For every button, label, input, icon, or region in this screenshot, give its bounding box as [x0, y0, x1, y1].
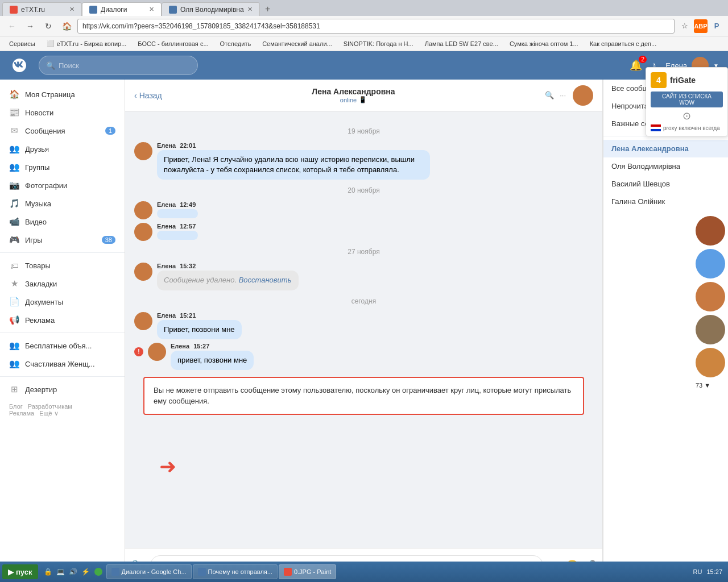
sidebar-item-music[interactable]: 🎵 Музыка: [0, 194, 125, 213]
start-label: пуск: [16, 568, 32, 576]
sidebar-item-bookmarks[interactable]: ★ Закладки: [0, 275, 125, 293]
sidebar-item-games[interactable]: 🎮 Игры 38: [0, 231, 125, 249]
star-icon[interactable]: ☆: [678, 19, 692, 33]
tray-icon-4[interactable]: ⚡: [80, 566, 92, 577]
tab-close-etxt[interactable]: ✕: [69, 6, 75, 13]
message-row-error: ! Елена 15:27 привет, позвони мне: [134, 343, 593, 370]
restore-link[interactable]: Восстановить: [239, 276, 292, 284]
url-bar[interactable]: [77, 19, 675, 34]
bookmark-track[interactable]: Отследить: [216, 39, 256, 48]
bookmarks-icon: ★: [9, 278, 19, 289]
proxy-flag: [651, 124, 661, 131]
sidebar-item-video[interactable]: 📹 Видео: [0, 213, 125, 231]
reload-button[interactable]: ↻: [41, 19, 56, 34]
bookmark-cope[interactable]: Как справиться с деп...: [585, 39, 661, 48]
taskbar-item-dialogi[interactable]: Диалоги - Google Ch...: [106, 564, 192, 579]
date-divider-2: 20 ноября: [134, 186, 593, 194]
bookmark-bag[interactable]: Сумка жіноча оптом 1...: [505, 39, 583, 48]
tray-icon-3[interactable]: 🔊: [68, 566, 79, 577]
sidebar-label-my-page: Моя Страница: [25, 90, 75, 99]
sidebar-label-goods: Товары: [25, 261, 51, 270]
bookmark-services[interactable]: Сервисы: [5, 39, 40, 48]
developers-link[interactable]: Разработчикам: [28, 403, 72, 410]
vk-app: 🔍 Поиск 🔔 2 ♪ Елена ▼ 🏠 Моя Страница 📰: [0, 51, 728, 582]
sidebar-label-documents: Документы: [25, 298, 63, 306]
tab-close-olya[interactable]: ✕: [247, 6, 253, 13]
sidebar-item-my-page[interactable]: 🏠 Моя Страница: [0, 85, 125, 103]
chevron-left-icon: ‹: [134, 91, 137, 100]
search-chat-icon[interactable]: 🔍: [545, 91, 554, 99]
browser-tabs: eTXT.ru ✕ Диалоги ✕ Оля Володимирівна ✕ …: [0, 0, 728, 16]
right-avatar-5[interactable]: [696, 348, 725, 377]
sidebar-item-news[interactable]: 📰 Новости: [0, 103, 125, 122]
tab-olya[interactable]: Оля Володимирівна ✕: [162, 2, 260, 16]
bookmark-sinoptik[interactable]: SINOPTIK: Погода н Н...: [339, 39, 418, 48]
sidebar-label-dessert: Дезертир: [25, 385, 57, 394]
sidebar-item-photos[interactable]: 📷 Фотографии: [0, 176, 125, 194]
home-button[interactable]: 🏠: [59, 19, 74, 34]
date-divider-today: сегодня: [134, 297, 593, 305]
bookmark-etxt[interactable]: ⬜ eTXT.ru - Биржа копир...: [42, 39, 131, 48]
bookmark-semantic[interactable]: Семантический анали...: [258, 39, 337, 48]
sidebar-item-goods[interactable]: 🏷 Товары: [0, 256, 125, 275]
bookmark-boss[interactable]: БОСС - биллинговая с...: [133, 39, 213, 48]
right-avatar-2[interactable]: [696, 249, 725, 278]
back-button[interactable]: ←: [5, 19, 19, 34]
sidebar-item-ads[interactable]: 📢 Реклама: [0, 311, 125, 329]
tray-icon-5[interactable]: [93, 566, 104, 577]
more-link[interactable]: Ещё ∨: [39, 410, 59, 417]
sidebar-item-documents[interactable]: 📄 Документы: [0, 293, 125, 311]
tab-close-dialogi[interactable]: ✕: [149, 6, 154, 13]
dialog-contact-galina[interactable]: Галина Олійник: [603, 193, 728, 210]
date-divider-3: 27 ноября: [134, 248, 593, 256]
sidebar-item-classifieds[interactable]: 👥 Бесплатные объя...: [0, 336, 125, 355]
tab-etxt[interactable]: eTXT.ru ✕: [2, 2, 82, 16]
tab-dialogi[interactable]: Диалоги ✕: [82, 2, 162, 16]
sidebar-item-groups[interactable]: 👥 Группы: [0, 158, 125, 176]
classifieds-icon: 👥: [9, 340, 19, 351]
right-avatar-4[interactable]: [696, 315, 725, 344]
blog-link[interactable]: Блог: [9, 403, 23, 410]
vk-logo[interactable]: [9, 55, 30, 76]
right-avatar-3[interactable]: [696, 282, 725, 311]
taskbar-item-paint[interactable]: 0.JPG - Paint: [279, 564, 336, 579]
message-row: Елена 15:32 Сообщение удалено. Восстанов…: [134, 263, 593, 290]
new-tab-button[interactable]: +: [260, 2, 276, 16]
message-bubble: [157, 231, 198, 240]
vk-search-bar[interactable]: 🔍 Поиск: [39, 56, 198, 75]
bookmark-lamp[interactable]: Лампа LED 5W E27 све...: [420, 39, 503, 48]
chat-messages[interactable]: 19 ноября Елена 22:01 Привет, Лена! Я сл…: [125, 111, 602, 548]
back-button[interactable]: ‹ Назад: [134, 91, 162, 100]
message-row: Елена 12:49: [134, 201, 593, 219]
tray-icon-1[interactable]: 🔒: [43, 566, 54, 577]
message-bubble: [157, 209, 198, 218]
taskbar-item-why[interactable]: Почему не отправля...: [193, 564, 278, 579]
vk-icon[interactable]: P: [710, 19, 723, 33]
notifications-icon[interactable]: 🔔 2: [630, 59, 642, 72]
frigate-wow-button[interactable]: САЙТ ИЗ СПИСКА WOW: [651, 92, 723, 107]
sidebar-label-messages: Сообщения: [25, 127, 65, 135]
goods-icon: 🏷: [9, 260, 19, 271]
sidebar-item-dessert[interactable]: ⊞ Дезертир: [0, 380, 125, 398]
frigate-settings-icon[interactable]: ⊙: [682, 110, 691, 122]
frigate-logo: 4: [651, 72, 667, 88]
ads-link[interactable]: Реклама: [9, 410, 34, 417]
message-meta: Елена 22:01: [157, 142, 430, 149]
sidebar-item-friends[interactable]: 👥 Друзья: [0, 140, 125, 158]
message-avatar: [134, 142, 152, 160]
more-chat-icon[interactable]: ···: [560, 91, 566, 99]
dialog-contact-vasyl[interactable]: Василий Шевцов: [603, 175, 728, 193]
taskbar-tray: 🔒 💻 🔊 ⚡: [43, 566, 104, 577]
abp-icon[interactable]: ABP: [694, 19, 708, 33]
dialog-contact-lena[interactable]: Лена Александровна: [603, 140, 728, 157]
sidebar-item-happy-woman[interactable]: 👥 Счастливая Женщ...: [0, 355, 125, 373]
error-icon: !: [134, 347, 143, 356]
right-avatar-1[interactable]: [696, 216, 725, 246]
forward-button[interactable]: →: [23, 19, 38, 34]
tray-icon-2[interactable]: 💻: [55, 566, 67, 577]
dialog-contact-olya[interactable]: Оля Володимирівна: [603, 157, 728, 175]
sidebar-label-classifieds: Бесплатные объя...: [25, 342, 92, 350]
sidebar-item-messages[interactable]: ✉ Сообщения 1: [0, 122, 125, 140]
start-button[interactable]: ▶ пуск: [2, 564, 38, 579]
start-icon: ▶: [8, 568, 14, 576]
